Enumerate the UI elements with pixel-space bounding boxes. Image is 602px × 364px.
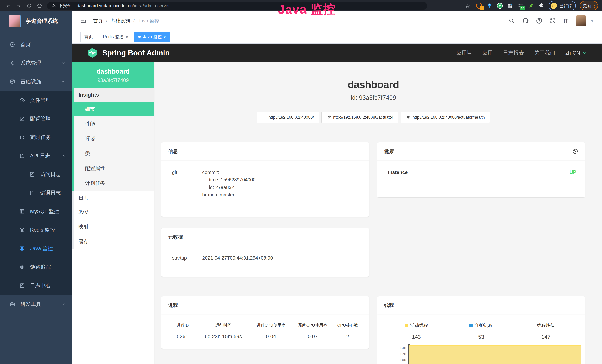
sba-brand[interactable]: Spring Boot Admin bbox=[87, 47, 170, 58]
locale-selector[interactable]: zh-CN bbox=[566, 50, 586, 56]
menu-item-logging[interactable]: 日志 bbox=[74, 191, 154, 205]
instance-header[interactable]: dashboard 93a3fc7f7409 bbox=[72, 62, 154, 88]
sidebar-item-mysql[interactable]: MySQL 监控 bbox=[0, 202, 72, 221]
search-icon[interactable] bbox=[509, 18, 515, 24]
daemon-threads-value: 53 bbox=[449, 334, 513, 340]
menu-item-caches[interactable]: 缓存 bbox=[74, 234, 154, 249]
instance-name: dashboard bbox=[74, 68, 152, 75]
breadcrumb-home[interactable]: 首页 bbox=[93, 18, 103, 24]
menu-item-classes[interactable]: 类 bbox=[74, 146, 154, 161]
process-uptime: 6d 23h 15m 59s bbox=[197, 334, 249, 340]
avatar-caret-icon[interactable] bbox=[591, 20, 594, 22]
threads-area-chart: 140 120 100 bbox=[384, 344, 581, 364]
extensions-puzzle-icon[interactable] bbox=[538, 3, 545, 9]
breadcrumb-current: Java 监控 bbox=[138, 18, 159, 24]
chevron-down-icon bbox=[582, 51, 586, 55]
sba-nav-about[interactable]: 关于我们 bbox=[534, 49, 555, 56]
log-icon bbox=[29, 190, 35, 196]
live-threads-area bbox=[409, 345, 581, 364]
cloud-upload-icon bbox=[19, 97, 25, 103]
back-icon[interactable] bbox=[4, 1, 13, 10]
sidebar-item-redis[interactable]: Redis 监控 bbox=[0, 221, 72, 239]
root-menu-group: 日志 JVM 映射 缓存 bbox=[72, 191, 154, 249]
sidebar-item-jobs[interactable]: 定时任务 bbox=[0, 128, 72, 147]
system-cpu: 0.07 bbox=[292, 334, 333, 340]
app-logo-row[interactable]: 芋道管理系统 bbox=[0, 11, 72, 31]
menu-item-scheduled-tasks[interactable]: 计划任务 bbox=[74, 176, 154, 191]
sba-nav-journal[interactable]: 日志报表 bbox=[503, 49, 524, 56]
extension-colorpicker-icon[interactable]: 1 bbox=[476, 3, 482, 9]
extension-switch-icon[interactable]: on bbox=[517, 3, 524, 9]
menu-item-mappings[interactable]: 映射 bbox=[74, 219, 154, 234]
menu-item-details[interactable]: 细节 bbox=[74, 102, 154, 117]
address-bar[interactable]: 不安全 dashboard.yudao.iocoder.cn/infra/adm… bbox=[47, 2, 427, 10]
service-url-button[interactable]: http://192.168.0.2:48080/ bbox=[257, 112, 319, 123]
user-avatar[interactable] bbox=[576, 15, 586, 26]
sidebar-item-infra[interactable]: 基础设施 bbox=[0, 72, 72, 91]
instance-links: http://192.168.0.2:48080/ http://192.168… bbox=[161, 112, 585, 123]
font-size-icon[interactable]: tT bbox=[563, 18, 568, 24]
java-monitor-icon bbox=[19, 246, 25, 251]
info-card: 信息 git commit: time: 1596289704000 id: 2… bbox=[161, 142, 369, 217]
metadata-value: 2021-04-27T00:44:31.254+08:00 bbox=[202, 254, 362, 262]
url-text[interactable]: dashboard.yudao.iocoder.cn/infra/admin-s… bbox=[77, 3, 170, 8]
sba-nav-wallboard[interactable]: 应用墙 bbox=[456, 49, 472, 56]
tag-redis[interactable]: Redis 监控× bbox=[99, 32, 132, 42]
menu-item-config-props[interactable]: 配置属性 bbox=[74, 161, 154, 176]
extension-grid-icon[interactable] bbox=[507, 3, 513, 9]
sidebar-item-files[interactable]: 文件管理 bbox=[0, 91, 72, 109]
extension-y-circle-icon[interactable] bbox=[497, 3, 503, 9]
monitor-icon bbox=[10, 79, 15, 84]
sidebar-item-dev-tools[interactable]: 研发工具 bbox=[0, 295, 72, 313]
security-label[interactable]: 不安全 bbox=[59, 3, 71, 9]
sidebar-item-log-center[interactable]: 日志中心 bbox=[0, 276, 72, 295]
github-icon[interactable] bbox=[522, 18, 528, 24]
home-icon[interactable] bbox=[35, 1, 44, 10]
breadcrumb-infra[interactable]: 基础设施 bbox=[111, 18, 130, 24]
database-icon bbox=[19, 209, 25, 214]
close-icon[interactable]: × bbox=[126, 34, 128, 40]
admin-menu: 首页 系统管理 基础设施 文件管理 配置管理 定时任务 API 日志 访问日志 … bbox=[0, 35, 72, 313]
sidebar-item-access-log[interactable]: 访问日志 bbox=[0, 165, 72, 183]
process-card-title: 进程 bbox=[161, 296, 369, 314]
close-icon[interactable]: × bbox=[164, 34, 166, 40]
menu-item-jvm[interactable]: JVM bbox=[74, 205, 154, 219]
sidebar-item-tracing[interactable]: 链路追踪 bbox=[0, 258, 72, 276]
extension-leaf-icon[interactable] bbox=[528, 3, 534, 9]
sba-content: dashboard Id: 93a3fc7f7409 http://192.16… bbox=[154, 62, 602, 364]
menu-item-environment[interactable]: 环境 bbox=[74, 131, 154, 146]
reload-icon[interactable] bbox=[25, 1, 33, 10]
sidebar-item-error-log[interactable]: 错误日志 bbox=[0, 183, 72, 202]
live-threads-value: 143 bbox=[384, 334, 449, 340]
sidebar-item-config[interactable]: 配置管理 bbox=[0, 109, 72, 128]
actuator-url-button[interactable]: http://192.168.0.2:48080/actuator bbox=[322, 112, 398, 123]
sba-nav-applications[interactable]: 应用 bbox=[483, 49, 493, 56]
health-card: 健康 Instance UP bbox=[377, 142, 585, 197]
legend-swatch-blue bbox=[469, 324, 473, 327]
extension-pin-icon[interactable] bbox=[486, 3, 493, 9]
menu-item-metrics[interactable]: 性能 bbox=[74, 117, 154, 131]
insights-section-label: Insights bbox=[74, 88, 154, 102]
profile-paused-badge[interactable]: 已暂停 bbox=[548, 1, 576, 11]
help-icon[interactable] bbox=[536, 18, 542, 24]
sidebar-item-java-monitor[interactable]: Java 监控 bbox=[0, 239, 72, 258]
breadcrumb: 首页 / 基础设施 / Java 监控 bbox=[93, 18, 159, 24]
chevron-down-icon bbox=[61, 302, 65, 306]
tag-java-active[interactable]: Java 监控× bbox=[134, 32, 170, 42]
bookmark-star-icon[interactable] bbox=[463, 1, 472, 10]
update-button[interactable]: 更新 bbox=[580, 1, 598, 10]
gear-icon bbox=[10, 60, 15, 66]
sidebar-item-system[interactable]: 系统管理 bbox=[0, 54, 72, 72]
tag-home[interactable]: 首页 bbox=[80, 32, 97, 42]
fullscreen-icon[interactable] bbox=[550, 18, 556, 24]
process-table: 进程ID 运行时间 进程CPU使用率 系统CPU使用率 CPU核心数 5261 … bbox=[168, 322, 362, 340]
sidebar-item-home[interactable]: 首页 bbox=[0, 35, 72, 54]
browser-menu-icon[interactable] bbox=[594, 3, 595, 8]
sidebar-item-api-log[interactable]: API 日志 bbox=[0, 147, 72, 165]
toolbox-icon bbox=[10, 301, 15, 307]
health-url-button[interactable]: http://192.168.0.2:48080/actuator/health bbox=[401, 112, 490, 123]
sidebar-fold-icon[interactable] bbox=[80, 18, 87, 24]
history-icon[interactable] bbox=[572, 148, 578, 154]
threads-card: 线程 活动线程 守护进程 线程峰值 143 53 147 bbox=[377, 296, 585, 364]
forward-icon[interactable] bbox=[14, 1, 23, 10]
